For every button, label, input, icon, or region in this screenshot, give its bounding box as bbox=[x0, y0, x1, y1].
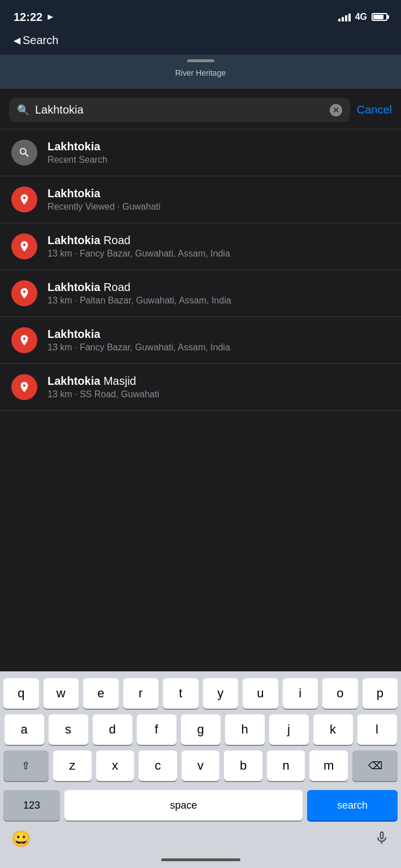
nav-back[interactable]: ◀ Search bbox=[0, 32, 401, 55]
results-list: Lakhtokia Recent Search Lakhtokia Recent… bbox=[0, 129, 401, 411]
key-m[interactable]: m bbox=[309, 750, 348, 781]
keyboard-rows: q w e r t y u i o p a s d f g h j k l ⇧ … bbox=[0, 671, 401, 790]
key-j[interactable]: j bbox=[269, 714, 309, 745]
result-text: Lakhtokia Masjid 13 km · SS Road, Guwaha… bbox=[48, 375, 390, 400]
status-time: 12:22 ► bbox=[14, 11, 55, 24]
result-title: Lakhtokia bbox=[48, 187, 390, 200]
result-title: Lakhtokia Masjid bbox=[48, 375, 390, 388]
key-z[interactable]: z bbox=[53, 750, 92, 781]
result-title: Lakhtokia bbox=[48, 328, 390, 341]
signal-bars bbox=[338, 12, 351, 21]
list-item[interactable]: Lakhtokia Road 13 km · Fancy Bazar, Guwa… bbox=[0, 223, 401, 270]
shift-key[interactable]: ⇧ bbox=[3, 750, 49, 781]
location-pin-icon bbox=[11, 233, 37, 259]
clear-button[interactable]: ✕ bbox=[330, 104, 342, 116]
key-t[interactable]: t bbox=[163, 678, 199, 709]
key-w[interactable]: w bbox=[44, 678, 79, 709]
drag-handle[interactable] bbox=[187, 59, 214, 62]
backspace-key[interactable]: ⌫ bbox=[352, 750, 398, 781]
keyboard-row-2: a s d f g h j k l bbox=[3, 714, 398, 745]
key-n[interactable]: n bbox=[267, 750, 305, 781]
result-subtitle: Recently Viewed · Guwahati bbox=[48, 202, 390, 212]
key-f[interactable]: f bbox=[137, 714, 176, 745]
key-v[interactable]: v bbox=[182, 750, 220, 781]
search-input-wrapper[interactable]: 🔍 Lakhtokia ✕ bbox=[9, 98, 350, 122]
result-text: Lakhtokia 13 km · Fancy Bazar, Guwahati,… bbox=[48, 328, 390, 353]
back-chevron-icon: ◀ bbox=[14, 35, 20, 46]
result-text: Lakhtokia Road 13 km · Paltan Bazar, Guw… bbox=[48, 281, 390, 306]
home-bar bbox=[161, 858, 240, 861]
back-label: Search bbox=[23, 34, 58, 47]
result-subtitle: 13 km · SS Road, Guwahati bbox=[48, 389, 390, 400]
map-peek: River Heritage bbox=[0, 55, 401, 89]
recent-search-icon bbox=[11, 140, 37, 166]
list-item[interactable]: Lakhtokia Recently Viewed · Guwahati bbox=[0, 176, 401, 223]
search-icon: 🔍 bbox=[17, 104, 29, 116]
location-pin-icon bbox=[11, 327, 37, 353]
key-q[interactable]: q bbox=[3, 678, 39, 709]
key-c[interactable]: c bbox=[139, 750, 177, 781]
key-k[interactable]: k bbox=[313, 714, 353, 745]
key-h[interactable]: h bbox=[225, 714, 265, 745]
result-subtitle: 13 km · Fancy Bazar, Guwahati, Assam, In… bbox=[48, 342, 390, 353]
list-item[interactable]: Lakhtokia Road 13 km · Paltan Bazar, Guw… bbox=[0, 270, 401, 317]
status-bar: 12:22 ► 4G bbox=[0, 0, 401, 32]
location-arrow-icon: ► bbox=[46, 12, 55, 22]
keyboard: q w e r t y u i o p a s d f g h j k l ⇧ … bbox=[0, 671, 401, 868]
result-subtitle: 13 km · Fancy Bazar, Guwahati, Assam, In… bbox=[48, 249, 390, 259]
cancel-button[interactable]: Cancel bbox=[357, 103, 392, 116]
key-l[interactable]: l bbox=[357, 714, 397, 745]
result-title: Lakhtokia Road bbox=[48, 281, 390, 294]
status-icons: 4G bbox=[338, 12, 387, 22]
list-item[interactable]: Lakhtokia 13 km · Fancy Bazar, Guwahati,… bbox=[0, 317, 401, 364]
key-i[interactable]: i bbox=[283, 678, 318, 709]
location-pin-icon bbox=[11, 186, 37, 212]
key-y[interactable]: y bbox=[203, 678, 239, 709]
keyboard-bottom-row: 123 space search bbox=[0, 790, 401, 824]
key-p[interactable]: p bbox=[363, 678, 398, 709]
result-title: Lakhtokia Road bbox=[48, 234, 390, 247]
emoji-icon[interactable]: 😀 bbox=[11, 830, 31, 848]
key-o[interactable]: o bbox=[322, 678, 358, 709]
battery-icon bbox=[372, 13, 387, 21]
list-item[interactable]: Lakhtokia Recent Search bbox=[0, 129, 401, 176]
search-input[interactable]: Lakhtokia bbox=[35, 103, 324, 116]
key-s[interactable]: s bbox=[49, 714, 88, 745]
number-key[interactable]: 123 bbox=[3, 790, 60, 821]
key-u[interactable]: u bbox=[243, 678, 278, 709]
result-text: Lakhtokia Recent Search bbox=[48, 140, 390, 165]
result-subtitle: 13 km · Paltan Bazar, Guwahati, Assam, I… bbox=[48, 296, 390, 306]
map-label: River Heritage bbox=[175, 68, 226, 77]
result-text: Lakhtokia Road 13 km · Fancy Bazar, Guwa… bbox=[48, 234, 390, 259]
search-key[interactable]: search bbox=[307, 790, 398, 821]
network-label: 4G bbox=[355, 12, 367, 22]
result-text: Lakhtokia Recently Viewed · Guwahati bbox=[48, 187, 390, 212]
key-d[interactable]: d bbox=[93, 714, 132, 745]
home-indicator bbox=[0, 854, 401, 868]
key-x[interactable]: x bbox=[96, 750, 135, 781]
key-a[interactable]: a bbox=[5, 714, 44, 745]
key-b[interactable]: b bbox=[224, 750, 262, 781]
microphone-icon[interactable] bbox=[374, 830, 390, 848]
result-title: Lakhtokia bbox=[48, 140, 390, 153]
key-r[interactable]: r bbox=[123, 678, 159, 709]
list-item[interactable]: Lakhtokia Masjid 13 km · SS Road, Guwaha… bbox=[0, 364, 401, 411]
keyboard-row-1: q w e r t y u i o p bbox=[3, 678, 398, 709]
keyboard-accessories: 😀 bbox=[0, 824, 401, 854]
result-subtitle: Recent Search bbox=[48, 155, 390, 165]
key-g[interactable]: g bbox=[181, 714, 221, 745]
keyboard-row-3: ⇧ z x c v b n m ⌫ bbox=[3, 750, 398, 781]
key-e[interactable]: e bbox=[83, 678, 119, 709]
search-bar-container: 🔍 Lakhtokia ✕ Cancel bbox=[0, 89, 401, 129]
location-pin-icon bbox=[11, 374, 37, 400]
location-pin-icon bbox=[11, 280, 37, 306]
space-key[interactable]: space bbox=[64, 790, 303, 821]
